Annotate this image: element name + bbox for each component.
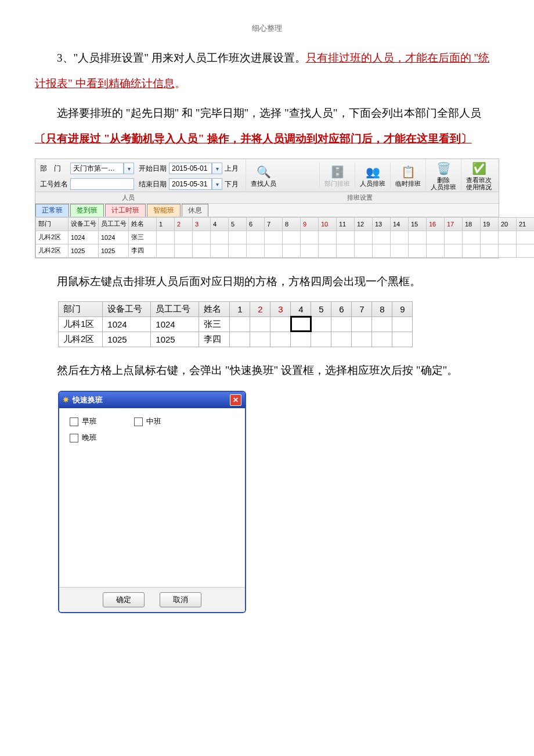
start-date-label: 开始日期	[139, 164, 167, 174]
day-cell[interactable]	[372, 316, 392, 332]
view-usage-button[interactable]: ✅ 查看班次 使用情况	[461, 159, 496, 192]
day-header: 21	[517, 217, 535, 231]
close-icon[interactable]: ✕	[230, 394, 241, 406]
person-schedule-button[interactable]: 👥 人员排班	[355, 163, 390, 188]
option-night[interactable]: 晚班	[70, 433, 97, 443]
day-cell[interactable]	[392, 332, 413, 347]
day-cell[interactable]	[211, 231, 229, 244]
prev-month-link[interactable]: 上月	[225, 164, 239, 174]
table-row[interactable]: 儿科2区10251025李四	[59, 332, 413, 347]
table-row[interactable]: 儿科2区10251025李四	[36, 244, 535, 257]
day-cell[interactable]	[463, 244, 481, 257]
day-cell[interactable]	[157, 231, 175, 244]
day-cell[interactable]	[265, 231, 283, 244]
end-date-input[interactable]	[169, 178, 212, 190]
day-cell[interactable]	[331, 332, 352, 347]
day-cell[interactable]	[409, 231, 427, 244]
day-cell[interactable]	[481, 244, 499, 257]
day-cell[interactable]	[265, 244, 283, 257]
day-cell[interactable]	[517, 244, 535, 257]
day-cell[interactable]	[499, 231, 517, 244]
day-cell[interactable]	[319, 231, 337, 244]
day-cell[interactable]	[247, 244, 265, 257]
day-cell[interactable]	[270, 332, 291, 347]
option-morning[interactable]: 早班	[70, 416, 97, 427]
day-cell[interactable]	[499, 244, 517, 257]
start-date-input[interactable]	[169, 163, 212, 174]
day-cell[interactable]	[193, 244, 211, 257]
day-cell[interactable]	[391, 231, 409, 244]
tab-normal[interactable]: 正常班	[35, 204, 69, 217]
day-cell[interactable]	[352, 332, 372, 347]
day-cell[interactable]	[427, 244, 445, 257]
day-cell[interactable]	[229, 231, 247, 244]
day-cell[interactable]	[250, 332, 270, 347]
day-cell[interactable]	[250, 316, 270, 332]
day-cell[interactable]	[373, 231, 391, 244]
checkbox-icon	[134, 417, 143, 426]
next-month-link[interactable]: 下月	[225, 179, 239, 189]
table-row[interactable]: 儿科2区10241024张三	[36, 231, 535, 244]
day-cell[interactable]	[193, 231, 211, 244]
day-cell[interactable]	[283, 231, 301, 244]
day-cell[interactable]	[301, 244, 319, 257]
day-cell[interactable]	[311, 316, 331, 332]
day-cell[interactable]	[481, 231, 499, 244]
delete-schedule-button[interactable]: 🗑️ 删除 人员排班	[425, 159, 461, 192]
p1-stop: 。	[175, 77, 186, 89]
day-cell[interactable]	[391, 244, 409, 257]
tab-hours[interactable]: 计工时班	[105, 204, 146, 217]
day-cell[interactable]	[211, 244, 229, 257]
table-row[interactable]: 儿科1区10241024张三	[59, 316, 413, 332]
day-cell[interactable]	[229, 244, 247, 257]
day-cell[interactable]	[427, 231, 445, 244]
tab-smart[interactable]: 智能班	[147, 204, 181, 217]
day-cell[interactable]	[230, 332, 250, 347]
cell: 1024	[68, 231, 99, 244]
paragraph-1: 3、"人员排班设置" 用来对人员工作班次进展设置。只有排过班的人员，才能在后面的…	[35, 45, 499, 96]
cancel-button[interactable]: 取消	[160, 592, 201, 607]
day-cell[interactable]	[270, 316, 291, 332]
day-cell[interactable]	[331, 316, 352, 332]
emp-input[interactable]	[70, 178, 134, 190]
day-cell[interactable]	[247, 231, 265, 244]
day-cell[interactable]	[175, 231, 193, 244]
day-cell[interactable]	[291, 332, 311, 347]
day-cell[interactable]	[283, 244, 301, 257]
dept-input[interactable]	[70, 163, 124, 174]
tab-signin[interactable]: 签到班	[70, 204, 104, 217]
day-cell[interactable]	[352, 316, 372, 332]
day-cell[interactable]	[175, 244, 193, 257]
day-cell[interactable]	[291, 316, 311, 332]
day-cell[interactable]	[392, 316, 413, 332]
day-cell[interactable]	[517, 231, 535, 244]
day-cell[interactable]	[301, 231, 319, 244]
day-cell[interactable]	[409, 244, 427, 257]
temp-schedule-button[interactable]: 📋 临时排班	[390, 163, 425, 188]
cell: 1024	[99, 231, 129, 244]
day-cell[interactable]	[445, 244, 463, 257]
dialog-titlebar[interactable]: ✷快速换班 ✕	[59, 392, 245, 408]
day-cell[interactable]	[337, 231, 355, 244]
ok-button[interactable]: 确定	[103, 592, 145, 607]
schedule-grid[interactable]: 部门设备工号员工工号姓名1234567891011121314151617181…	[35, 217, 534, 258]
mini-grid[interactable]: 部门设备工号员工工号姓名123456789 儿科1区10241024张三儿科2区…	[58, 301, 413, 347]
search-person-button[interactable]: 🔍 查找人员	[246, 159, 281, 192]
dialog-icon: ✷	[63, 395, 69, 404]
tab-rest[interactable]: 休息	[182, 204, 208, 217]
day-cell[interactable]	[319, 244, 337, 257]
dept-dropdown-icon[interactable]: ▾	[124, 163, 134, 174]
day-cell[interactable]	[230, 316, 250, 332]
day-cell[interactable]	[372, 332, 392, 347]
start-date-dropdown-icon[interactable]: ▾	[212, 163, 222, 174]
day-cell[interactable]	[337, 244, 355, 257]
day-cell[interactable]	[355, 231, 373, 244]
day-cell[interactable]	[463, 231, 481, 244]
day-cell[interactable]	[445, 231, 463, 244]
day-cell[interactable]	[157, 244, 175, 257]
day-cell[interactable]	[311, 332, 331, 347]
day-cell[interactable]	[355, 244, 373, 257]
end-date-dropdown-icon[interactable]: ▾	[212, 178, 222, 190]
option-mid[interactable]: 中班	[134, 416, 161, 427]
day-cell[interactable]	[373, 244, 391, 257]
